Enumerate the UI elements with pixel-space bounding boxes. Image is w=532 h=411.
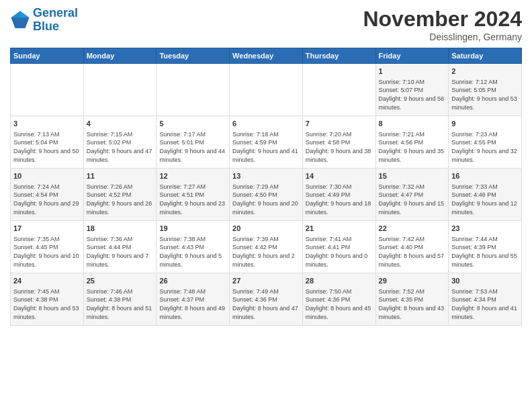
day-number: 28 bbox=[306, 276, 373, 286]
logo: General Blue bbox=[10, 7, 78, 34]
day-info: Sunrise: 7:45 AMSunset: 4:38 PMDaylight:… bbox=[13, 287, 81, 321]
day-info: Sunrise: 7:52 AMSunset: 4:35 PMDaylight:… bbox=[379, 287, 446, 321]
header-cell-tuesday: Tuesday bbox=[157, 48, 230, 64]
day-info: Sunrise: 7:35 AMSunset: 4:45 PMDaylight:… bbox=[13, 235, 81, 269]
day-info: Sunrise: 7:38 AMSunset: 4:43 PMDaylight:… bbox=[159, 235, 226, 269]
svg-marker-2 bbox=[11, 11, 21, 17]
day-cell bbox=[230, 64, 303, 116]
day-number: 25 bbox=[87, 276, 154, 286]
day-cell bbox=[11, 64, 84, 116]
day-cell: 7Sunrise: 7:20 AMSunset: 4:58 PMDaylight… bbox=[302, 116, 375, 169]
day-cell bbox=[83, 64, 157, 116]
main-container: General Blue November 2024 Deisslingen, … bbox=[0, 0, 532, 332]
day-info: Sunrise: 7:24 AMSunset: 4:54 PMDaylight:… bbox=[13, 183, 81, 216]
week-row-1: 1Sunrise: 7:10 AMSunset: 5:07 PMDaylight… bbox=[11, 64, 522, 116]
day-info: Sunrise: 7:13 AMSunset: 5:04 PMDaylight:… bbox=[13, 130, 81, 164]
title-block: November 2024 Deisslingen, Germany bbox=[363, 7, 522, 42]
week-row-5: 24Sunrise: 7:45 AMSunset: 4:38 PMDayligh… bbox=[11, 273, 522, 326]
day-info: Sunrise: 7:32 AMSunset: 4:47 PMDaylight:… bbox=[379, 183, 446, 216]
day-cell: 4Sunrise: 7:15 AMSunset: 5:02 PMDaylight… bbox=[83, 116, 157, 169]
svg-marker-1 bbox=[20, 11, 30, 17]
day-number: 29 bbox=[379, 276, 446, 286]
day-cell: 5Sunrise: 7:17 AMSunset: 5:01 PMDaylight… bbox=[157, 116, 230, 169]
calendar-body: 1Sunrise: 7:10 AMSunset: 5:07 PMDaylight… bbox=[11, 64, 522, 326]
day-number: 2 bbox=[451, 66, 519, 77]
day-cell: 21Sunrise: 7:41 AMSunset: 4:41 PMDayligh… bbox=[302, 221, 375, 273]
day-number: 9 bbox=[451, 119, 519, 129]
day-cell: 18Sunrise: 7:36 AMSunset: 4:44 PMDayligh… bbox=[83, 221, 157, 273]
logo-icon bbox=[10, 10, 30, 30]
day-number: 17 bbox=[13, 224, 81, 234]
day-cell: 17Sunrise: 7:35 AMSunset: 4:45 PMDayligh… bbox=[11, 221, 84, 273]
day-info: Sunrise: 7:41 AMSunset: 4:41 PMDaylight:… bbox=[306, 235, 373, 269]
day-info: Sunrise: 7:17 AMSunset: 5:01 PMDaylight:… bbox=[159, 130, 226, 164]
day-number: 16 bbox=[451, 171, 519, 181]
day-number: 19 bbox=[159, 224, 226, 234]
day-info: Sunrise: 7:48 AMSunset: 4:37 PMDaylight:… bbox=[159, 287, 226, 321]
day-cell: 22Sunrise: 7:42 AMSunset: 4:40 PMDayligh… bbox=[375, 221, 449, 273]
day-cell bbox=[157, 64, 230, 116]
day-number: 10 bbox=[13, 171, 81, 181]
day-number: 3 bbox=[13, 119, 81, 129]
day-number: 24 bbox=[13, 276, 81, 286]
day-info: Sunrise: 7:53 AMSunset: 4:34 PMDaylight:… bbox=[451, 287, 519, 321]
location: Deisslingen, Germany bbox=[363, 32, 522, 42]
logo-line1: General bbox=[33, 6, 78, 19]
day-number: 4 bbox=[87, 119, 154, 129]
day-number: 30 bbox=[451, 276, 519, 286]
header-row: SundayMondayTuesdayWednesdayThursdayFrid… bbox=[11, 48, 522, 64]
header-cell-saturday: Saturday bbox=[449, 48, 522, 64]
day-info: Sunrise: 7:30 AMSunset: 4:49 PMDaylight:… bbox=[306, 183, 373, 216]
day-info: Sunrise: 7:21 AMSunset: 4:56 PMDaylight:… bbox=[379, 130, 446, 164]
day-cell: 12Sunrise: 7:27 AMSunset: 4:51 PMDayligh… bbox=[157, 169, 230, 221]
day-info: Sunrise: 7:29 AMSunset: 4:50 PMDaylight:… bbox=[232, 183, 300, 216]
day-info: Sunrise: 7:12 AMSunset: 5:05 PMDaylight:… bbox=[451, 78, 519, 111]
day-cell: 29Sunrise: 7:52 AMSunset: 4:35 PMDayligh… bbox=[375, 273, 449, 326]
header-cell-sunday: Sunday bbox=[11, 48, 84, 64]
day-number: 13 bbox=[232, 171, 300, 181]
day-info: Sunrise: 7:15 AMSunset: 5:02 PMDaylight:… bbox=[87, 130, 154, 164]
day-cell: 1Sunrise: 7:10 AMSunset: 5:07 PMDaylight… bbox=[375, 64, 449, 116]
day-cell: 30Sunrise: 7:53 AMSunset: 4:34 PMDayligh… bbox=[449, 273, 522, 326]
day-info: Sunrise: 7:36 AMSunset: 4:44 PMDaylight:… bbox=[87, 235, 154, 269]
day-cell: 27Sunrise: 7:49 AMSunset: 4:36 PMDayligh… bbox=[230, 273, 303, 326]
day-info: Sunrise: 7:27 AMSunset: 4:51 PMDaylight:… bbox=[159, 183, 226, 216]
day-cell bbox=[302, 64, 375, 116]
month-title: November 2024 bbox=[363, 7, 522, 32]
day-number: 27 bbox=[232, 276, 300, 286]
day-cell: 19Sunrise: 7:38 AMSunset: 4:43 PMDayligh… bbox=[157, 221, 230, 273]
logo-line2: Blue bbox=[33, 19, 59, 33]
day-number: 15 bbox=[379, 171, 446, 181]
day-number: 23 bbox=[451, 224, 519, 234]
day-number: 1 bbox=[379, 66, 446, 77]
day-info: Sunrise: 7:42 AMSunset: 4:40 PMDaylight:… bbox=[379, 235, 446, 269]
day-cell: 26Sunrise: 7:48 AMSunset: 4:37 PMDayligh… bbox=[157, 273, 230, 326]
day-info: Sunrise: 7:46 AMSunset: 4:38 PMDaylight:… bbox=[87, 287, 154, 321]
day-number: 18 bbox=[87, 224, 154, 234]
day-info: Sunrise: 7:49 AMSunset: 4:36 PMDaylight:… bbox=[232, 287, 300, 321]
calendar-header: SundayMondayTuesdayWednesdayThursdayFrid… bbox=[11, 48, 522, 64]
day-info: Sunrise: 7:26 AMSunset: 4:52 PMDaylight:… bbox=[87, 183, 154, 216]
day-info: Sunrise: 7:39 AMSunset: 4:42 PMDaylight:… bbox=[232, 235, 300, 269]
day-number: 8 bbox=[379, 119, 446, 129]
day-info: Sunrise: 7:50 AMSunset: 4:36 PMDaylight:… bbox=[306, 287, 373, 321]
day-cell: 3Sunrise: 7:13 AMSunset: 5:04 PMDaylight… bbox=[11, 116, 84, 169]
day-cell: 16Sunrise: 7:33 AMSunset: 4:46 PMDayligh… bbox=[449, 169, 522, 221]
day-number: 20 bbox=[232, 224, 300, 234]
day-cell: 11Sunrise: 7:26 AMSunset: 4:52 PMDayligh… bbox=[83, 169, 157, 221]
day-cell: 9Sunrise: 7:23 AMSunset: 4:55 PMDaylight… bbox=[449, 116, 522, 169]
day-cell: 6Sunrise: 7:18 AMSunset: 4:59 PMDaylight… bbox=[230, 116, 303, 169]
day-info: Sunrise: 7:18 AMSunset: 4:59 PMDaylight:… bbox=[232, 130, 300, 164]
day-cell: 2Sunrise: 7:12 AMSunset: 5:05 PMDaylight… bbox=[449, 64, 522, 116]
logo-text: General Blue bbox=[33, 7, 78, 34]
day-cell: 15Sunrise: 7:32 AMSunset: 4:47 PMDayligh… bbox=[375, 169, 449, 221]
day-number: 14 bbox=[306, 171, 373, 181]
day-cell: 23Sunrise: 7:44 AMSunset: 4:39 PMDayligh… bbox=[449, 221, 522, 273]
header-cell-monday: Monday bbox=[83, 48, 157, 64]
header: General Blue November 2024 Deisslingen, … bbox=[10, 7, 522, 42]
day-cell: 24Sunrise: 7:45 AMSunset: 4:38 PMDayligh… bbox=[11, 273, 84, 326]
header-cell-thursday: Thursday bbox=[302, 48, 375, 64]
day-info: Sunrise: 7:44 AMSunset: 4:39 PMDaylight:… bbox=[451, 235, 519, 269]
calendar-table: SundayMondayTuesdayWednesdayThursdayFrid… bbox=[10, 48, 522, 326]
header-cell-wednesday: Wednesday bbox=[230, 48, 303, 64]
